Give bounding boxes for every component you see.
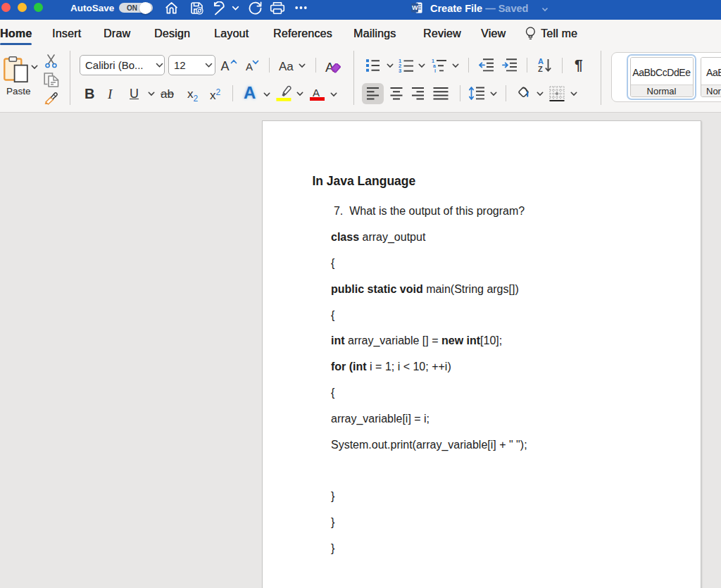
svg-text:W: W (412, 4, 418, 11)
svg-text:a: a (433, 63, 436, 68)
svg-text:Z: Z (538, 65, 543, 73)
svg-text:1: 1 (432, 58, 434, 63)
svg-text:3: 3 (399, 68, 401, 73)
svg-text:i: i (434, 68, 436, 73)
